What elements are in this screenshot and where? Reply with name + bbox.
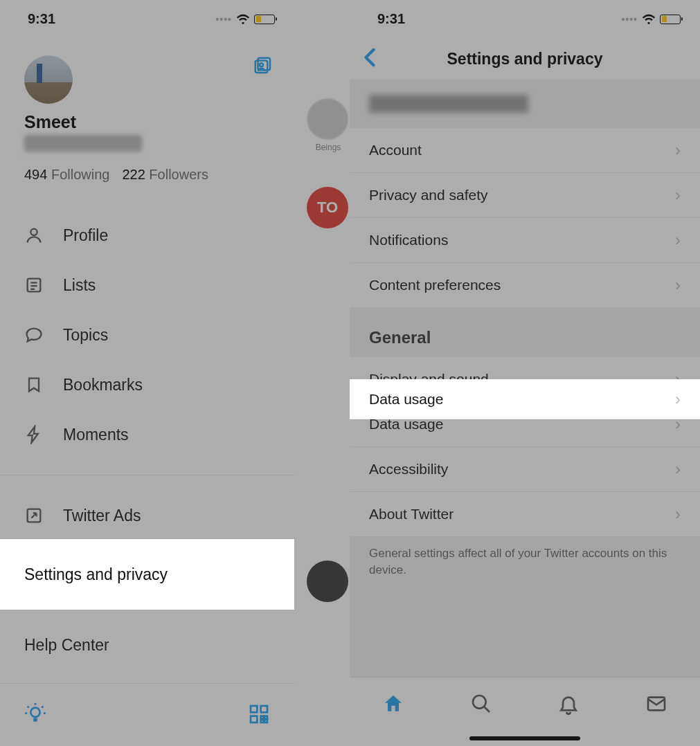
general-footer-text: General settings affect all of your Twit…	[350, 537, 700, 599]
svg-point-24	[473, 695, 486, 709]
menu-item-moments[interactable]: Moments	[0, 410, 294, 460]
svg-line-11	[28, 707, 29, 708]
menu-item-bookmarks[interactable]: Bookmarks	[0, 360, 294, 410]
status-bar: 9:31 ••••	[350, 0, 700, 38]
home-tab[interactable]	[382, 693, 404, 718]
menu-divider	[0, 475, 294, 475]
row-notifications[interactable]: Notifications ›	[350, 218, 700, 263]
section-header-general: General	[350, 307, 700, 357]
topics-icon	[24, 325, 44, 345]
chevron-right-icon: ›	[675, 140, 681, 160]
svg-point-9	[30, 708, 39, 717]
menu-item-profile[interactable]: Profile	[0, 210, 294, 260]
svg-rect-19	[251, 716, 257, 722]
home-indicator	[469, 736, 580, 740]
menu-item-twitter-ads[interactable]: Twitter Ads	[0, 491, 294, 540]
svg-line-25	[484, 707, 490, 712]
row-label: Notifications	[369, 232, 448, 248]
menu-label: Bookmarks	[63, 376, 143, 394]
nav-title: Settings and privacy	[447, 50, 603, 69]
svg-point-3	[30, 229, 37, 235]
svg-rect-17	[251, 706, 257, 712]
lists-icon	[24, 275, 44, 295]
chevron-right-icon: ›	[675, 390, 681, 409]
cellular-dots-icon: ••••	[215, 14, 232, 25]
moments-icon	[24, 425, 44, 444]
row-label: Content preferences	[369, 277, 501, 293]
battery-icon	[254, 15, 275, 24]
highlighted-data-usage-row[interactable]: Data usage ›	[350, 379, 700, 419]
svg-line-12	[42, 707, 43, 708]
status-time: 9:31	[377, 11, 405, 27]
feed-avatar-dark[interactable]	[307, 561, 348, 602]
bookmarks-icon	[24, 375, 44, 394]
menu-label: Topics	[63, 326, 108, 345]
menu-item-topics[interactable]: Topics	[0, 310, 294, 360]
menu-item-help-center[interactable]: Help Center	[0, 621, 294, 670]
lightbulb-icon[interactable]	[24, 703, 46, 725]
display-name: Smeet	[24, 112, 273, 132]
highlighted-settings-privacy[interactable]: Settings and privacy	[0, 539, 294, 610]
profile-icon	[24, 226, 44, 245]
svg-rect-18	[261, 706, 267, 712]
row-label: Accessibility	[369, 461, 448, 477]
menu-label: Help Center	[24, 636, 109, 654]
follow-stats: 494 Following 222 Followers	[24, 167, 273, 183]
qr-code-icon[interactable]	[248, 703, 270, 725]
chevron-right-icon: ›	[675, 504, 681, 524]
drawer-footer	[0, 683, 294, 725]
username-blurred	[369, 95, 528, 113]
row-label: Account	[369, 142, 422, 158]
fleet-label: Beings	[307, 143, 350, 152]
accounts-switch-icon[interactable]	[253, 55, 273, 79]
watermark: www.deuaq.com	[642, 736, 697, 743]
following-stat[interactable]: 494 Following	[24, 167, 109, 183]
svg-point-2	[260, 63, 263, 66]
username-blurred	[24, 135, 142, 152]
nav-header: Settings and privacy	[350, 38, 700, 80]
row-privacy-safety[interactable]: Privacy and safety ›	[350, 173, 700, 218]
cellular-dots-icon: ••••	[621, 14, 638, 25]
row-accessibility[interactable]: Accessibility ›	[350, 447, 700, 492]
menu-label: Twitter Ads	[63, 507, 141, 525]
profile-avatar[interactable]	[24, 55, 73, 104]
status-right-icons: ••••	[621, 14, 681, 25]
chevron-right-icon: ›	[675, 460, 681, 479]
chevron-right-icon: ›	[675, 230, 681, 250]
drawer-header: Smeet 494 Following 222 Followers	[0, 38, 294, 195]
menu-label: Profile	[63, 226, 108, 245]
wifi-icon	[642, 14, 656, 24]
chevron-right-icon: ›	[675, 185, 681, 205]
svg-rect-21	[264, 720, 267, 722]
menu-label: Moments	[63, 426, 129, 444]
menu-label: Settings and privacy	[24, 565, 168, 584]
battery-icon	[660, 15, 681, 24]
feed-peek-column: Beings TO	[294, 90, 350, 605]
row-label: Privacy and safety	[369, 187, 488, 203]
back-button[interactable]	[364, 48, 376, 70]
ads-icon	[24, 506, 44, 525]
menu-label: Lists	[63, 276, 96, 295]
row-label: Data usage	[369, 391, 443, 408]
fleet-avatar[interactable]	[307, 98, 348, 140]
chevron-right-icon: ›	[675, 275, 681, 295]
svg-rect-20	[261, 716, 264, 719]
left-phone-screenshot: Beings TO 9:31 ••••	[0, 0, 350, 746]
svg-rect-22	[261, 720, 264, 722]
row-account[interactable]: Account ›	[350, 128, 700, 173]
fleet-avatar-red[interactable]: TO	[307, 187, 348, 228]
settings-screen: 9:31 •••• Settings and privacy	[350, 0, 700, 746]
svg-rect-23	[264, 716, 267, 719]
right-phone-screenshot: 9:31 •••• Settings and privacy	[350, 0, 700, 746]
status-bar: 9:31 ••••	[0, 0, 294, 38]
followers-stat[interactable]: 222 Followers	[122, 167, 208, 183]
row-about-twitter[interactable]: About Twitter ›	[350, 492, 700, 537]
search-tab[interactable]	[470, 693, 492, 718]
messages-tab[interactable]	[645, 693, 667, 718]
row-content-preferences[interactable]: Content preferences ›	[350, 263, 700, 307]
wifi-icon	[236, 14, 250, 24]
status-right-icons: ••••	[215, 14, 275, 25]
status-time: 9:31	[28, 11, 55, 27]
notifications-tab[interactable]	[557, 693, 580, 718]
menu-item-lists[interactable]: Lists	[0, 260, 294, 310]
